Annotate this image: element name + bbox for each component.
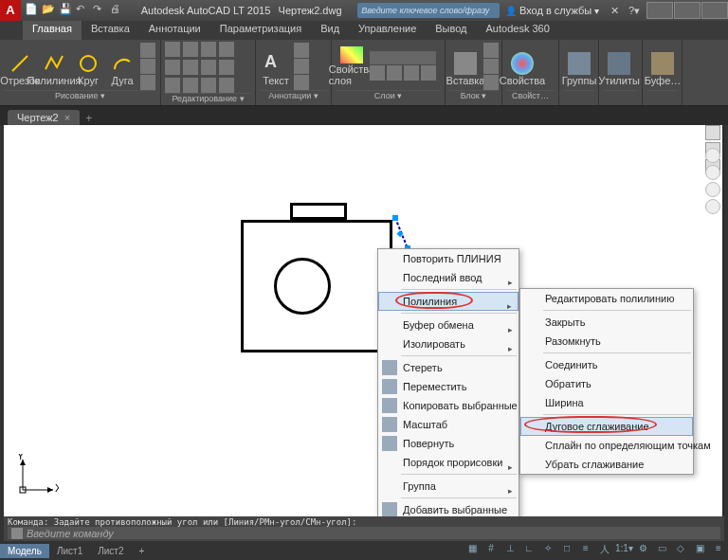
menu-item[interactable]: Повторить ПЛИНИЯ — [378, 249, 519, 268]
text-button[interactable]: AТекст — [260, 46, 292, 86]
ribbon-tab[interactable]: Параметризация — [210, 21, 311, 40]
qat-print-icon[interactable]: 🖨 — [110, 3, 125, 18]
draw-misc-icon[interactable] — [140, 59, 155, 74]
help-icon[interactable]: ?▾ — [628, 5, 640, 17]
qat-redo-icon[interactable]: ↷ — [93, 3, 108, 18]
menu-item[interactable]: Полилиния — [378, 292, 519, 311]
groups-button[interactable]: Группы — [563, 46, 595, 86]
block-icon[interactable] — [483, 75, 499, 90]
draw-misc-icon[interactable] — [140, 43, 155, 58]
trim-icon[interactable] — [201, 42, 216, 57]
layout-tab[interactable]: Лист2 — [90, 544, 131, 558]
qat-save-icon[interactable]: 💾 — [59, 3, 74, 18]
status-clean-icon[interactable]: ▣ — [691, 543, 708, 558]
menu-item[interactable]: Копировать выбранные — [378, 396, 519, 415]
vp-minimize-icon[interactable] — [705, 125, 720, 140]
status-ws-icon[interactable]: ⚙ — [634, 543, 651, 558]
new-tab-button[interactable]: + — [85, 112, 92, 125]
status-monitor-icon[interactable]: ▭ — [653, 543, 670, 558]
misc-icon[interactable] — [219, 78, 234, 93]
stretch-icon[interactable] — [165, 78, 180, 93]
menu-item[interactable]: Соединить — [520, 355, 693, 374]
qat-new-icon[interactable]: 📄 — [25, 3, 40, 18]
scale-icon[interactable] — [183, 78, 198, 93]
menu-item[interactable]: Сплайн по определяющим точкам — [520, 436, 693, 455]
status-lwt-icon[interactable]: ≡ — [577, 543, 594, 558]
close-button[interactable] — [701, 2, 728, 19]
menu-item[interactable]: Группа — [378, 477, 519, 496]
minimize-button[interactable] — [646, 2, 673, 19]
add-layout-button[interactable]: + — [132, 544, 153, 558]
circle-button[interactable]: Круг — [72, 46, 104, 86]
close-tab-icon[interactable]: × — [64, 112, 70, 123]
status-snap-icon[interactable]: ⊥ — [501, 543, 519, 558]
polyline-button[interactable]: Полилиния — [38, 46, 70, 86]
panel-props-label[interactable]: Свойст… — [506, 90, 555, 103]
clipboard-button[interactable]: Буфе… — [646, 46, 679, 86]
qat-undo-icon[interactable]: ↶ — [76, 3, 91, 18]
qat-open-icon[interactable]: 📂 — [42, 3, 57, 18]
status-ortho-icon[interactable]: ∟ — [520, 543, 537, 558]
fillet-icon[interactable] — [201, 60, 216, 75]
layer-dropdown[interactable] — [370, 51, 436, 64]
panel-annot-label[interactable]: Аннотации ▾ — [260, 90, 327, 103]
props-button[interactable]: Свойства — [506, 46, 538, 86]
block-icon[interactable] — [483, 43, 499, 58]
menu-item[interactable]: Стереть — [378, 358, 519, 377]
menu-item[interactable]: Повернуть — [378, 434, 519, 453]
layer-icon[interactable] — [421, 65, 436, 81]
ribbon-tab[interactable]: Аннотации — [139, 21, 210, 40]
nav-zoom-icon[interactable] — [705, 182, 720, 197]
status-iso-icon[interactable]: ◇ — [672, 543, 689, 558]
menu-item[interactable]: Изолировать — [378, 334, 519, 353]
maximize-button[interactable] — [674, 2, 701, 19]
menu-item[interactable]: Обратить — [520, 374, 693, 393]
move-icon[interactable] — [165, 42, 180, 57]
layer-icon[interactable] — [387, 65, 402, 81]
ribbon-tab[interactable]: Главная — [23, 21, 82, 40]
table-icon[interactable] — [294, 75, 309, 90]
status-scale-icon[interactable]: 1:1▾ — [615, 543, 632, 558]
layer-props-button[interactable]: Свойства слоя — [336, 46, 368, 86]
menu-item[interactable]: Разомкнуть — [520, 332, 693, 351]
menu-item[interactable]: Ширина — [520, 393, 693, 412]
status-model-icon[interactable]: ▦ — [464, 543, 481, 558]
rotate-icon[interactable] — [183, 42, 198, 57]
status-anno-icon[interactable]: 人 — [596, 543, 613, 558]
menu-item[interactable]: Порядок прорисовки — [378, 453, 519, 472]
status-osnap-icon[interactable]: □ — [558, 543, 575, 558]
panel-block-label[interactable]: Блок ▾ — [449, 90, 498, 103]
layer-icon[interactable] — [404, 65, 419, 81]
nav-wheel-icon[interactable] — [705, 148, 720, 163]
leader-icon[interactable] — [294, 59, 309, 74]
misc-icon[interactable] — [219, 42, 234, 57]
app-logo[interactable]: A — [0, 0, 21, 21]
menu-item[interactable]: Последний ввод — [378, 268, 519, 287]
status-polar-icon[interactable]: ✧ — [539, 543, 556, 558]
utils-button[interactable]: Утилиты — [603, 46, 635, 86]
menu-item[interactable]: Дуговое сглаживание — [520, 417, 693, 436]
ribbon-tab[interactable]: Autodesk 360 — [477, 21, 559, 40]
help-search-input[interactable]: Введите ключевое слово/фразу — [357, 3, 500, 18]
insert-button[interactable]: Вставка — [449, 46, 482, 86]
signin-menu[interactable]: 👤 Вход в службы ▾ — [505, 5, 599, 16]
copy-icon[interactable] — [165, 60, 180, 75]
ribbon-tab[interactable]: Вставка — [82, 21, 139, 40]
nav-pan-icon[interactable] — [705, 165, 720, 180]
draw-misc-icon[interactable] — [140, 75, 155, 90]
exchange-icon[interactable]: ✕ — [610, 5, 619, 17]
panel-draw-label[interactable]: Рисование ▾ — [4, 90, 156, 103]
menu-item[interactable]: Переместить — [378, 377, 519, 396]
command-input[interactable]: Введите команду — [8, 527, 720, 539]
menu-item[interactable]: Убрать сглаживание — [520, 455, 693, 474]
layout-tab[interactable]: Лист1 — [49, 544, 90, 558]
menu-item[interactable]: Закрыть — [520, 313, 693, 332]
model-tab[interactable]: Модель — [0, 544, 49, 558]
panel-modify-label[interactable]: Редактирование ▾ — [165, 93, 251, 103]
panel-layers-label[interactable]: Слои ▾ — [336, 90, 441, 103]
arc-button[interactable]: Дуга — [106, 46, 138, 86]
mirror-icon[interactable] — [183, 60, 198, 75]
layer-icon[interactable] — [370, 65, 385, 81]
ribbon-tab[interactable]: Вывод — [426, 21, 476, 40]
drawing-canvas[interactable]: XY Повторить ПЛИНИЯПоследний вводПолилин… — [4, 125, 722, 516]
